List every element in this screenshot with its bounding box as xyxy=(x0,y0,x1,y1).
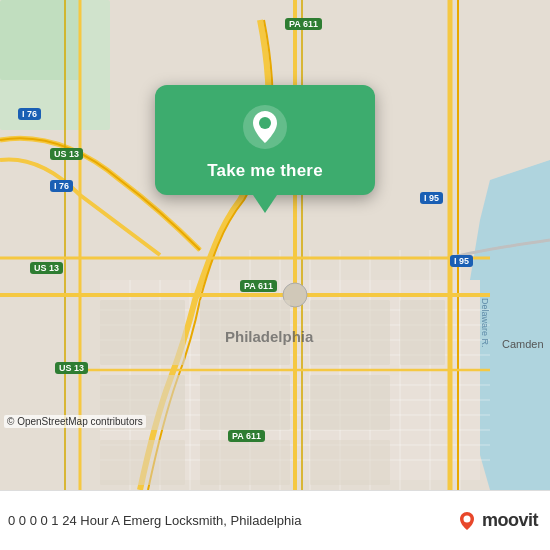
highway-shield-us13-2: US 13 xyxy=(30,262,63,274)
svg-point-45 xyxy=(463,515,470,522)
highway-shield-i76-1: I 76 xyxy=(18,108,41,120)
bottom-bar: 0 0 0 0 1 24 Hour A Emerg Locksmith, Phi… xyxy=(0,490,550,550)
highway-shield-pa611-1: PA 611 xyxy=(285,18,322,30)
highway-shield-pa611-3: PA 611 xyxy=(228,430,265,442)
svg-rect-33 xyxy=(310,375,390,430)
business-name: 0 0 0 0 1 24 Hour A Emerg Locksmith, Phi… xyxy=(8,513,456,528)
svg-rect-38 xyxy=(310,440,390,485)
map-container: Delaware R. Philadelphia Camden I 76 I 7… xyxy=(0,0,550,490)
highway-shield-i95-2: I 95 xyxy=(450,255,473,267)
moovit-text: moovit xyxy=(482,510,538,531)
svg-rect-3 xyxy=(0,0,80,80)
highway-shield-i76-2: I 76 xyxy=(50,180,73,192)
svg-rect-31 xyxy=(310,300,390,365)
highway-shield-us13-1: US 13 xyxy=(50,148,83,160)
svg-point-44 xyxy=(259,117,271,129)
popup-card[interactable]: Take me there xyxy=(155,85,375,195)
svg-rect-34 xyxy=(100,300,185,365)
svg-rect-32 xyxy=(200,375,290,430)
highway-shield-pa611-2: PA 611 xyxy=(240,280,277,292)
osm-attribution: © OpenStreetMap contributors xyxy=(4,415,146,428)
svg-rect-36 xyxy=(400,300,445,365)
moovit-logo: moovit xyxy=(456,510,538,532)
svg-text:Delaware R.: Delaware R. xyxy=(480,298,490,348)
svg-text:Philadelphia: Philadelphia xyxy=(225,328,314,345)
highway-shield-us13-3: US 13 xyxy=(55,362,88,374)
svg-rect-39 xyxy=(100,440,185,485)
location-pin-icon xyxy=(241,103,289,151)
svg-text:Camden: Camden xyxy=(502,338,544,350)
moovit-pin-icon xyxy=(456,510,478,532)
popup-label: Take me there xyxy=(207,161,323,181)
svg-rect-37 xyxy=(200,440,290,485)
highway-shield-i95-1: I 95 xyxy=(420,192,443,204)
